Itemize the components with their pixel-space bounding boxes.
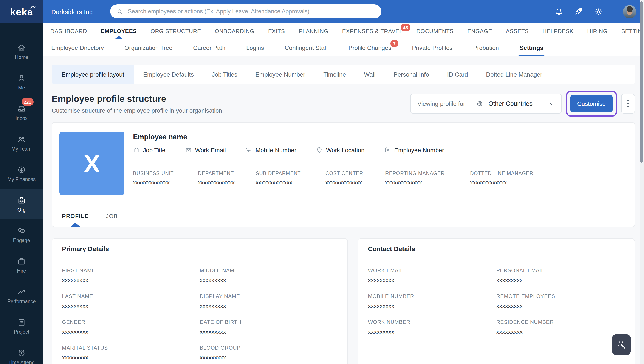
subnav-contingent-staff[interactable]: Contingent Staff — [284, 39, 328, 56]
employee-org-fields: BUSINESS UNIT xxxxxxxxxxxxx DEPARTMENT x… — [133, 171, 533, 186]
clipboard-icon — [17, 318, 26, 327]
sidebar-item-time-attend[interactable]: Time Attend — [0, 342, 43, 364]
sidebar-item-inbox[interactable]: 221 Inbox — [0, 97, 43, 128]
search-input[interactable] — [127, 8, 375, 15]
nav-engage[interactable]: ENGAGE — [467, 23, 492, 39]
globe-icon — [476, 100, 483, 107]
tab-employee-profile-layout[interactable]: Employee profile layout — [52, 64, 134, 84]
dropdown-divider — [470, 98, 471, 109]
gear-icon — [594, 7, 603, 16]
org-field-cost-center: COST CENTER xxxxxxxxxxxxx — [326, 171, 385, 186]
nav-planning[interactable]: PLANNING — [299, 23, 329, 39]
contact-details-card: Contact Details WORK EMAIL xxxxxxxxx PER… — [358, 238, 635, 364]
sub-nav: Employee Directory Organization Tree Car… — [43, 39, 644, 57]
sidebar-item-home[interactable]: Home — [0, 36, 43, 67]
field-last-name: LAST NAME xxxxxxxxx — [62, 293, 200, 309]
subnav-organization-tree[interactable]: Organization Tree — [124, 39, 172, 56]
nav-exits[interactable]: EXITS — [268, 23, 285, 39]
quick-field-work-location: Work Location — [316, 147, 364, 154]
viewing-profile-dropdown[interactable]: Viewing profile for Other Countries — [410, 94, 562, 114]
tab-id-card[interactable]: ID Card — [438, 64, 477, 84]
settings-button[interactable] — [593, 6, 603, 17]
nav-documents[interactable]: DOCUMENTS — [416, 23, 454, 39]
subnav-logins[interactable]: Logins — [246, 39, 264, 56]
main-nav: DASHBOARD EMPLOYEES ORG STRUCTURE ONBOAR… — [43, 23, 644, 39]
tab-profile[interactable]: PROFILE — [62, 213, 89, 219]
sidebar-item-my-team[interactable]: My Team — [0, 128, 43, 158]
phone-icon — [246, 147, 252, 154]
bell-icon — [554, 7, 563, 16]
user-avatar[interactable] — [623, 5, 636, 18]
scrollbar-thumb[interactable] — [639, 1, 643, 163]
person-icon — [17, 74, 26, 83]
field-personal-email: PERSONAL EMAIL xxxxxxxxx — [496, 268, 625, 283]
home-icon — [17, 43, 26, 52]
tab-timeline[interactable]: Timeline — [314, 64, 355, 84]
keka-app: keka Darksiders Inc Home — [0, 0, 644, 364]
alarm-clock-icon — [17, 348, 26, 358]
whats-new-button[interactable] — [573, 6, 584, 17]
org-field-department: DEPARTMENT xxxxxxxxxxxxx — [198, 171, 256, 186]
content-area: Employee profile layout Employee Default… — [43, 56, 644, 364]
tab-employee-number[interactable]: Employee Number — [246, 64, 314, 84]
subnav-private-profiles[interactable]: Private Profiles — [412, 39, 452, 56]
tab-dotted-line-manager[interactable]: Dotted Line Manager — [477, 64, 551, 84]
nav-onboarding[interactable]: ONBOARDING — [215, 23, 254, 39]
primary-details-card: Primary Details FIRST NAME xxxxxxxxx MID… — [52, 238, 348, 364]
keka-logo[interactable]: keka — [0, 0, 43, 23]
nav-helpdesk[interactable]: HELPDESK — [543, 23, 574, 39]
sidebar-item-project[interactable]: Project — [0, 311, 43, 342]
nav-assets[interactable]: ASSETS — [506, 23, 529, 39]
nav-expenses-travel[interactable]: EXPENSES & TRAVEL 48 — [342, 23, 403, 39]
field-remote-employees: REMOTE EMPLOYEES xxxxxxxxx — [496, 293, 625, 309]
sidebar-item-hire[interactable]: Hire — [0, 250, 43, 280]
sidebar-item-my-finances[interactable]: My Finances — [0, 158, 43, 189]
nav-dashboard[interactable]: DASHBOARD — [50, 23, 87, 39]
field-marital-status: MARITAL STATUS xxxxxxxxx — [62, 345, 200, 361]
sidebar-item-org[interactable]: Org — [0, 189, 43, 219]
subnav-settings[interactable]: Settings — [520, 39, 543, 56]
sidebar-item-engage[interactable]: Engage — [0, 219, 43, 250]
primary-details-fields: FIRST NAME xxxxxxxxx MIDDLE NAME xxxxxxx… — [52, 259, 348, 364]
page-title: Employee profile structure — [52, 94, 224, 104]
subnav-probation[interactable]: Probation — [473, 39, 499, 56]
trend-up-icon — [17, 287, 26, 297]
sidebar-item-performance[interactable]: Performance — [0, 280, 43, 311]
envelope-icon — [185, 147, 192, 154]
tab-employee-defaults[interactable]: Employee Defaults — [134, 64, 203, 84]
nav-hiring[interactable]: HIRING — [587, 23, 608, 39]
field-work-number: WORK NUMBER xxxxxxxxx — [368, 319, 496, 335]
employee-card-divider — [133, 162, 624, 163]
tab-job-titles[interactable]: Job Titles — [203, 64, 246, 84]
org-field-reporting-manager: REPORTING MANAGER xxxxxxxxxxxxx — [385, 171, 470, 186]
profile-job-tabs: PROFILE JOB — [62, 213, 118, 219]
global-search[interactable] — [110, 4, 381, 18]
field-mobile-number: MOBILE NUMBER xxxxxxxxx — [368, 293, 496, 309]
quick-field-job-title: Job Title — [133, 147, 165, 154]
subnav-career-path[interactable]: Career Path — [193, 39, 226, 56]
viewing-profile-value: Other Countries — [488, 100, 532, 107]
contact-details-fields: WORK EMAIL xxxxxxxxx PERSONAL EMAIL xxxx… — [358, 259, 634, 343]
customise-button[interactable]: Customise — [570, 95, 612, 112]
magic-wand-icon — [616, 339, 627, 350]
sidebar-item-me[interactable]: Me — [0, 67, 43, 97]
quick-field-employee-number: Employee Number — [384, 147, 444, 154]
primary-details-title: Primary Details — [52, 239, 348, 259]
ai-assistant-fab[interactable] — [612, 334, 631, 355]
nav-employees[interactable]: EMPLOYEES — [101, 23, 137, 39]
subnav-employee-directory[interactable]: Employee Directory — [51, 39, 104, 56]
nav-org-structure[interactable]: ORG STRUCTURE — [150, 23, 201, 39]
tab-wall[interactable]: Wall — [355, 64, 384, 84]
logo-spark-icon — [30, 4, 36, 9]
id-card-icon — [384, 147, 391, 154]
viewing-profile-label: Viewing profile for — [417, 100, 465, 107]
dollar-circle-icon — [17, 165, 26, 174]
more-options-button[interactable] — [621, 94, 635, 114]
detail-cards-row: Primary Details FIRST NAME xxxxxxxxx MID… — [52, 238, 635, 364]
field-blood-group: BLOOD GROUP xxxxxxxxx — [200, 345, 338, 361]
job-title-briefcase-icon — [133, 147, 140, 154]
notifications-button[interactable] — [554, 6, 564, 17]
subnav-profile-changes[interactable]: Profile Changes 7 — [349, 39, 391, 56]
tab-job[interactable]: JOB — [106, 213, 118, 219]
tab-personal-info[interactable]: Personal Info — [384, 64, 438, 84]
